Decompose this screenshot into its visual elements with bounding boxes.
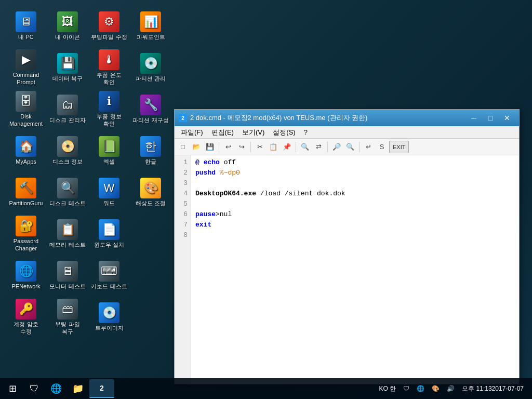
desktop-icon-label-memory-test: 메모리 테스트 [49, 242, 85, 248]
redo-button[interactable]: ↪ [235, 141, 248, 153]
desktop-icon-excel[interactable]: 📗엑셀 [88, 130, 130, 171]
desktop-icon-img-keyboard-test: ⌨ [99, 261, 119, 282]
menu-item-설정(S)[interactable]: 설정(S) [269, 127, 299, 138]
desktop-icon-img-myapps: 🏠 [16, 136, 36, 157]
desktop-icon-blank1[interactable] [130, 213, 171, 255]
taskbar-tray: KO 한 🛡 🌐 🎨 🔊 오후 11:13 2017-07-07 [377, 383, 530, 394]
desktop-icon-memory-test[interactable]: 📋메모리 테스트 [47, 213, 88, 255]
code-line-5 [195, 199, 515, 209]
desktop-icon-penetwork[interactable]: 🌐PENetwork [5, 255, 47, 296]
taskbar-browser[interactable]: 🌐 [46, 379, 66, 398]
desktop-icon-disk-ctrl[interactable]: 🗂디스크 관리자 [47, 88, 88, 130]
tray-network[interactable]: 🌐 [415, 384, 427, 393]
desktop-icon-img-word: W [99, 178, 119, 198]
taskbar-folder[interactable]: 📁 [68, 379, 88, 398]
desktop-icon-img-disk-test: 🔍 [57, 178, 78, 198]
code-token: exit [195, 221, 211, 229]
tray-clock[interactable]: 오후 11:13 2017-07-07 [460, 383, 526, 394]
desktop-icon-monitor-test[interactable]: 🖥모니터 테스트 [47, 255, 88, 296]
desktop-icon-img-my-pc: 🖥 [16, 11, 36, 32]
undo-button[interactable]: ↩ [222, 141, 234, 153]
line-number-3: 3 [175, 178, 191, 189]
replace-button[interactable]: ⇄ [312, 141, 325, 153]
start-button[interactable]: ⊞ [2, 379, 23, 398]
open-button[interactable]: 📂 [190, 141, 203, 153]
code-content[interactable]: @ echo offpushd %~dp0 DesktopOK64.exe /l… [191, 155, 519, 384]
desktop-icon-label-keyboard-test: 키보드 테스트 [91, 283, 127, 290]
desktop-icon-temp-check[interactable]: 🌡부품 온도 확인 [88, 47, 130, 88]
desktop-icon-partition-guru[interactable]: 🔨PartitionGuru [5, 171, 47, 213]
desktop-icon-pw-changer[interactable]: 🔐Password Changer [5, 213, 47, 255]
minimize-button[interactable]: ─ [466, 112, 482, 124]
desktop-icon-win-install[interactable]: 📄윈도우 설치 [88, 213, 130, 255]
desktop-icon-label-disk-info: 디스크 정보 [52, 158, 83, 165]
desktop-icon-keyboard-test[interactable]: ⌨키보드 테스트 [88, 255, 130, 296]
window-title: 2 dok.cmd - 메모장2 mod(x64) von TEUS.me (관… [190, 113, 466, 123]
desktop-icon-hw-info[interactable]: ℹ부품 정보 확인 [88, 88, 130, 130]
window-titlebar: 2 2 dok.cmd - 메모장2 mod(x64) von TEUS.me … [175, 110, 519, 126]
desktop-icon-boot-recovery[interactable]: 🗃부팅 파일 복구 [47, 296, 88, 338]
desktop-icon-acct-pw-edit[interactable]: 🔑계정 암호 수정 [5, 296, 47, 338]
desktop-icon-label-disk-ctrl: 디스크 관리자 [49, 117, 85, 124]
desktop-icon-word[interactable]: W워드 [88, 171, 130, 213]
zoom-out-button[interactable]: 🔍 [344, 141, 356, 153]
desktop-icon-label-command-prompt: Command Prompt [8, 72, 44, 85]
code-token: off [220, 158, 236, 166]
desktop-icon-label-myapps: MyApps [16, 158, 36, 165]
desktop-icon-powerpoint[interactable]: 📊파워포인트 [130, 5, 171, 47]
desktop-icon-disk-mgmt[interactable]: 🗄Disk Management [5, 88, 47, 130]
desktop-icon-img-disk-info: 📀 [57, 136, 78, 157]
code-line-4: DesktopOK64.exe /load /silent dok.dok [195, 189, 515, 199]
tray-colors[interactable]: 🎨 [430, 384, 442, 393]
menu-item-파일(F)[interactable]: 파일(F) [177, 127, 207, 138]
desktop-icon-color-adj[interactable]: 🎨해상도 조절 [130, 171, 171, 213]
wrap-button[interactable]: ↵ [362, 141, 375, 153]
desktop-icon-partition-mgr[interactable]: 💿파티션 관리 [130, 47, 171, 88]
close-button[interactable]: ✕ [499, 112, 515, 124]
menu-item-편집(E)[interactable]: 편집(E) [207, 127, 238, 138]
desktop-icon-boot-file-edit[interactable]: ⚙부팅파일 수정 [88, 5, 130, 47]
format-button[interactable]: S [376, 141, 388, 153]
code-token: /load /silent dok.dok [256, 190, 345, 197]
menu-item-보기(V)[interactable]: 보기(V) [238, 127, 269, 138]
copy-button[interactable]: 📋 [267, 141, 280, 153]
toolbar-separator-2 [250, 142, 251, 152]
new-file-button[interactable]: □ [177, 141, 189, 153]
taskbar: ⊞ 🛡 🌐 📁 2 KO 한 🛡 🌐 🎨 🔊 오후 11:13 2017-07-… [0, 378, 532, 399]
line-number-6: 6 [175, 209, 191, 220]
desktop-icon-label-powerpoint: 파워포인트 [137, 34, 165, 41]
desktop-icon-my-icon[interactable]: 🖼내 아이콘 [47, 5, 88, 47]
code-line-8 [195, 230, 515, 241]
line-number-7: 7 [175, 220, 191, 230]
desktop-icon-trueimage[interactable]: 💿트루이미지 [88, 296, 130, 338]
tray-antivirus[interactable]: 🛡 [401, 384, 411, 393]
tray-volume[interactable]: 🔊 [445, 384, 457, 393]
desktop-icon-blank3[interactable] [130, 296, 171, 338]
save-button[interactable]: 💾 [204, 141, 216, 153]
desktop-icon-my-pc[interactable]: 🖥내 PC [5, 5, 47, 47]
desktop-icon-img-penetwork: 🌐 [16, 261, 36, 282]
taskbar-security[interactable]: 🛡 [24, 379, 45, 398]
desktop-icon-hangul[interactable]: 한한글 [130, 130, 171, 171]
exit-button[interactable]: EXIT [389, 141, 409, 153]
menu-item-?[interactable]: ? [300, 127, 312, 137]
line-number-4: 4 [175, 189, 191, 199]
code-token: pause [195, 210, 216, 218]
zoom-in-button[interactable]: 🔎 [330, 141, 343, 153]
maximize-button[interactable]: □ [483, 112, 498, 124]
desktop-icon-disk-info[interactable]: 📀디스크 정보 [47, 130, 88, 171]
tray-lang[interactable]: KO 한 [377, 383, 398, 394]
toolbar: □ 📂 💾 ↩ ↪ ✂ 📋 📌 🔍 ⇄ 🔎 🔍 ↵ S EXIT [175, 139, 519, 155]
search-button[interactable]: 🔍 [299, 141, 311, 153]
paste-button[interactable]: 📌 [281, 141, 293, 153]
desktop-icon-command-prompt[interactable]: ▶Command Prompt [5, 47, 47, 88]
desktop-icon-disk-test[interactable]: 🔍디스크 테스트 [47, 171, 88, 213]
desktop-icon-myapps[interactable]: 🏠MyApps [5, 130, 47, 171]
clock-date: 2017-07-07 [492, 384, 524, 393]
desktop-icon-blank2[interactable] [130, 255, 171, 296]
cut-button[interactable]: ✂ [254, 141, 266, 153]
code-line-3 [195, 178, 515, 189]
desktop-icon-partition-reorg[interactable]: 🔧파티션 재구성 [130, 88, 171, 130]
desktop-icon-data-recovery[interactable]: 💾데이터 복구 [47, 47, 88, 88]
taskbar-notepad[interactable]: 2 [89, 379, 114, 398]
